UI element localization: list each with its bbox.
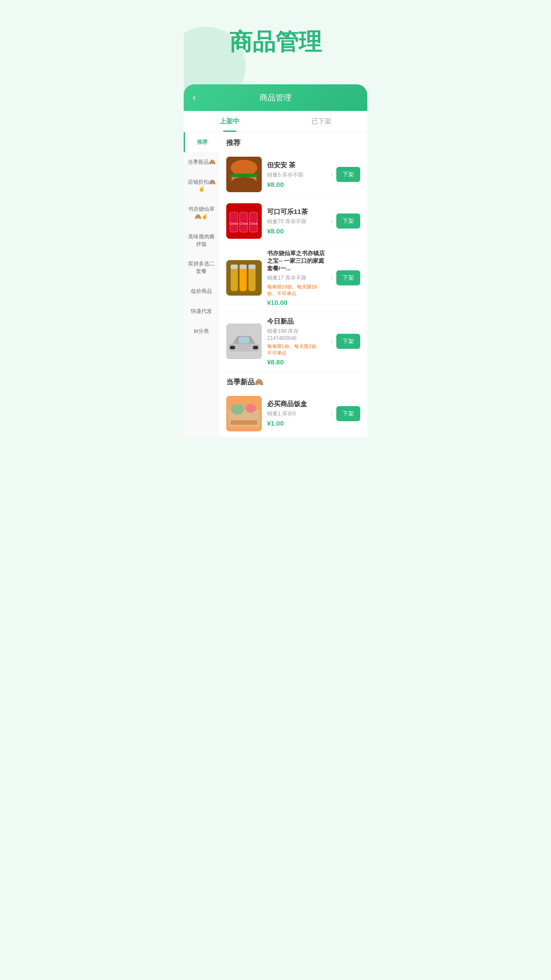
delist-button-p3[interactable]: 下架: [336, 270, 360, 285]
product-item-p1: 但安安 茶 销量5 库存不限 ¥8.00 › 下架: [219, 151, 367, 198]
product-actions-p4: › 下架: [331, 334, 360, 349]
product-info-p5: 必买商品饭盒 销量1 库存0 ¥1.00: [267, 400, 325, 427]
product-actions-p2: › 下架: [331, 213, 360, 229]
product-stats-p1: 销量5 库存不限: [267, 171, 325, 179]
sidebar: 推荐 当季新品🙈 店铺折扣🙈✌ 书亦烧仙草🙈✌ 美味瘦肉酱拌饭 双拼多选二套餐 …: [184, 132, 219, 437]
svg-text:Coca: Coca: [249, 221, 258, 225]
delist-button-p1[interactable]: 下架: [336, 167, 360, 182]
svg-point-31: [245, 404, 256, 413]
product-price-p3: ¥10.00: [267, 299, 325, 306]
product-price-p5: ¥1.00: [267, 419, 325, 427]
product-image-p4: [226, 324, 262, 359]
sidebar-item-te[interactable]: te分类: [184, 321, 219, 341]
product-price-p1: ¥8.00: [267, 181, 325, 188]
product-stats-p4: 销量188 库存2147483646: [267, 328, 325, 341]
svg-rect-17: [240, 267, 247, 291]
product-name-p4: 今日新品: [267, 317, 325, 326]
product-image-p1: [226, 157, 262, 192]
chevron-icon-p1: ›: [331, 171, 333, 178]
product-info-p2: 可口可乐11茶 销量70 库存不限 ¥8.00: [267, 208, 325, 235]
product-info-p3: 书亦烧仙草之书亦镇店之宝-- 一家三口的家庭套餐/一... 销量17 库存不限 …: [267, 250, 325, 306]
product-actions-p3: › 下架: [331, 270, 360, 285]
product-item-p3: 书亦烧仙草之书亦镇店之宝-- 一家三口的家庭套餐/一... 销量17 库存不限 …: [219, 245, 367, 312]
chevron-icon-p3: ›: [331, 274, 333, 281]
hero-title: 商品管理: [193, 27, 358, 58]
sidebar-item-salad[interactable]: 美味瘦肉酱拌饭: [184, 227, 219, 254]
product-item-p2: Coca Coca Coca 可口可乐11茶 销量70 库存不限 ¥8.00 ›…: [219, 198, 367, 245]
product-price-p2: ¥8.00: [267, 227, 325, 235]
svg-rect-32: [231, 420, 257, 425]
product-image-p5: [226, 396, 262, 431]
svg-rect-16: [231, 267, 238, 291]
sidebar-item-discount[interactable]: 店铺折扣🙈✌: [184, 172, 219, 200]
chevron-icon-p2: ›: [331, 217, 333, 225]
product-image-p2: Coca Coca Coca: [226, 203, 262, 239]
back-button[interactable]: ‹: [193, 92, 196, 103]
product-tags-p3: 每单限10份、每天限10份、不可单点: [267, 284, 325, 297]
product-name-p3: 书亦烧仙草之书亦镇店之宝-- 一家三口的家庭套餐/一...: [267, 250, 325, 273]
sidebar-item-recommend[interactable]: 推荐: [184, 132, 219, 152]
content-area: 推荐 当季新品🙈 店铺折扣🙈✌ 书亦烧仙草🙈✌ 美味瘦肉酱拌饭 双拼多选二套餐 …: [184, 132, 367, 437]
product-image-p3: [226, 260, 262, 296]
main-content: 推荐 但安安 茶 销量5 库存不限 ¥8.00: [219, 132, 367, 437]
product-stats-p3: 销量17 库存不限: [267, 274, 325, 282]
product-tags-p4: 每单限1份、每天限2份、不可单点: [267, 343, 325, 356]
svg-rect-19: [231, 265, 238, 269]
product-item-p5: 必买商品饭盒 销量1 库存0 ¥1.00 › 下架: [219, 391, 367, 437]
tab-active[interactable]: 上架中: [184, 111, 276, 132]
section-title-recommend: 推荐: [219, 132, 367, 151]
app-header: ‹ 商品管理: [184, 84, 367, 111]
section-title-new-season: 当季新品🙈: [219, 371, 367, 391]
app-card: ‹ 商品管理 上架中 已下架 推荐 当季新品🙈 店铺折扣🙈✌ 书亦烧仙草🙈✌ 美…: [184, 84, 367, 437]
product-info-p1: 但安安 茶 销量5 库存不限 ¥8.00: [267, 161, 325, 188]
tabs-container: 上架中 已下架: [184, 111, 367, 132]
svg-rect-25: [230, 346, 235, 349]
delist-button-p5[interactable]: 下架: [336, 406, 360, 421]
tab-inactive[interactable]: 已下架: [276, 111, 367, 132]
svg-rect-18: [248, 267, 256, 291]
sidebar-item-new-season[interactable]: 当季新品🙈: [184, 152, 219, 172]
hero-section: 商品管理: [184, 0, 367, 80]
chevron-icon-p4: ›: [331, 338, 333, 345]
product-price-p4: ¥8.80: [267, 358, 325, 366]
product-stats-p2: 销量70 库存不限: [267, 218, 325, 225]
svg-text:Coca: Coca: [230, 221, 238, 225]
svg-rect-21: [248, 265, 256, 269]
svg-text:Coca: Coca: [240, 221, 248, 225]
product-name-p2: 可口可乐11茶: [267, 208, 325, 216]
product-name-p5: 必买商品饭盒: [267, 400, 325, 408]
svg-point-30: [231, 404, 244, 415]
sidebar-item-cheap[interactable]: 低价商品: [184, 281, 219, 301]
sidebar-item-herb[interactable]: 书亦烧仙草🙈✌: [184, 199, 219, 227]
product-item-p4: 今日新品 销量188 库存2147483646 每单限1份、每天限2份、不可单点…: [219, 312, 367, 371]
svg-rect-2: [231, 174, 257, 177]
svg-point-4: [231, 177, 257, 190]
svg-point-1: [231, 160, 257, 176]
svg-rect-27: [239, 337, 249, 343]
product-actions-p1: › 下架: [331, 167, 360, 182]
sidebar-item-express[interactable]: 快递代发: [184, 301, 219, 321]
svg-rect-20: [240, 265, 247, 269]
product-stats-p5: 销量1 库存0: [267, 410, 325, 418]
chevron-icon-p5: ›: [331, 410, 333, 417]
delist-button-p2[interactable]: 下架: [336, 213, 360, 229]
svg-rect-26: [253, 346, 258, 349]
product-name-p1: 但安安 茶: [267, 161, 325, 170]
product-actions-p5: › 下架: [331, 406, 360, 421]
header-title: 商品管理: [260, 92, 291, 103]
sidebar-item-combo[interactable]: 双拼多选二套餐: [184, 254, 219, 281]
delist-button-p4[interactable]: 下架: [336, 334, 360, 349]
product-info-p4: 今日新品 销量188 库存2147483646 每单限1份、每天限2份、不可单点…: [267, 317, 325, 366]
